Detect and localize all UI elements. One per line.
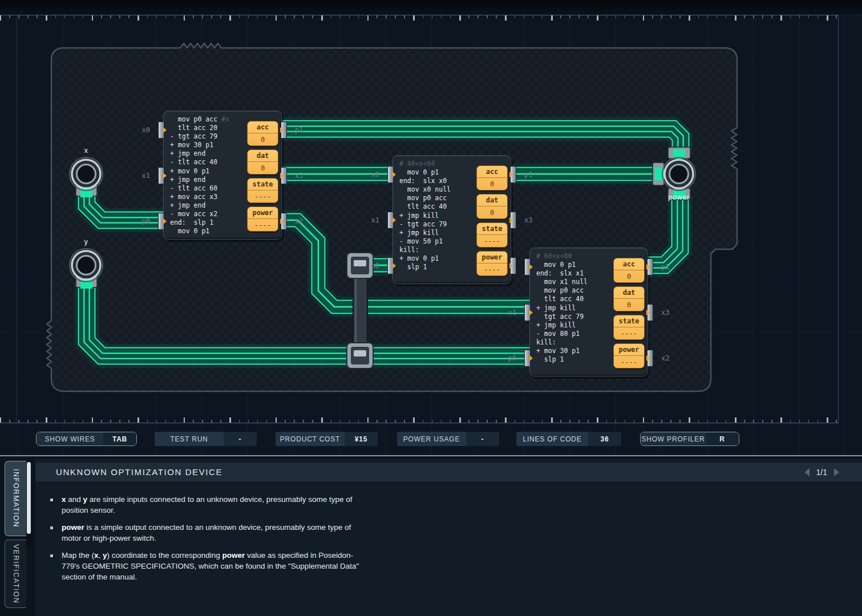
tab-information[interactable]: INFORMATION xyxy=(5,461,26,536)
chip-2-pin-x3[interactable]: x3 xyxy=(510,212,516,229)
chip-1-pin-p0[interactable]: p0 xyxy=(158,213,164,230)
chip-1-pin-p1[interactable]: p1 xyxy=(281,121,287,139)
bullet-item-1: x and y are simple inputs connected to a… xyxy=(50,495,370,516)
chip-3-pin-p0[interactable]: p0 xyxy=(524,350,531,367)
info-panel: INFORMATION VERIFICATION UNKNOWN OPTIMIZ… xyxy=(0,455,862,616)
power-usage-button: POWER USAGE- xyxy=(397,432,499,446)
register-power-value: ---- xyxy=(614,356,644,368)
register-state-name: state xyxy=(248,179,278,191)
pin-label: x0 xyxy=(371,171,379,179)
register-dat: dat0 xyxy=(247,149,278,175)
chip-2-code[interactable]: # 40<x<60 mov 0 p1end: slx x0 mov x0 nul… xyxy=(399,160,451,271)
circuit-scene: mov p0 acc #x tlt acc 20- tgt acc 79+ mo… xyxy=(0,0,862,455)
button-label: POWER USAGE xyxy=(397,432,466,446)
register-state-name: state xyxy=(477,223,507,235)
bridge-clamp-bottom xyxy=(347,343,373,368)
pin-label: x3 xyxy=(524,216,532,224)
chip-1-pin-x1[interactable]: x1 xyxy=(158,167,164,184)
chip-1-code[interactable]: mov p0 acc #x tlt acc 20- tgt acc 79+ mo… xyxy=(170,115,229,236)
chip-2-pin-p1[interactable]: p1 xyxy=(510,166,516,183)
pin-arrow-icon xyxy=(646,310,650,315)
panel-scrollbar xyxy=(26,461,31,546)
pin-label: p1 xyxy=(524,171,532,179)
panel-content: UNKNOWN OPTIMIZATION DEVICE 1/1 x and y … xyxy=(35,459,862,616)
next-page-arrow[interactable] xyxy=(834,468,839,476)
register-acc: acc0 xyxy=(476,165,508,191)
test-run-button[interactable]: TEST RUN- xyxy=(155,432,257,446)
pin-arrow-icon xyxy=(280,218,284,224)
register-state-value: ---- xyxy=(248,191,278,203)
register-acc-name: acc xyxy=(614,258,644,270)
register-acc-name: acc xyxy=(248,121,278,133)
chip-3-pin-x1[interactable]: x1 xyxy=(524,304,531,321)
button-label: TEST RUN xyxy=(155,432,224,446)
pin-label: x2 xyxy=(661,354,669,362)
register-acc: acc0 xyxy=(613,258,645,283)
chip-1-pin-x3[interactable]: x3 xyxy=(281,167,287,184)
register-state-name: state xyxy=(614,315,644,327)
register-dat-name: dat xyxy=(477,194,507,206)
register-acc-name: acc xyxy=(477,166,507,178)
button-label: LINES OF CODE xyxy=(516,432,588,446)
button-label: PRODUCT COST xyxy=(276,432,345,446)
register-power: power---- xyxy=(247,206,278,232)
button-value: - xyxy=(466,432,499,446)
pin-arrow-icon xyxy=(392,263,396,269)
chip-3-pin-p1[interactable]: p1 xyxy=(647,258,653,275)
register-state: state---- xyxy=(247,178,278,203)
page-navigator: 1/1 xyxy=(804,468,839,477)
register-dat-name: dat xyxy=(248,150,278,162)
pin-label: x1 xyxy=(371,216,379,224)
prev-page-arrow[interactable] xyxy=(804,468,810,476)
product-cost-button: PRODUCT COST¥15 xyxy=(276,432,378,446)
register-power: power---- xyxy=(613,343,645,368)
button-value: ¥15 xyxy=(345,432,378,446)
register-state-value: ---- xyxy=(614,327,644,340)
bullet-icon xyxy=(50,554,53,557)
pin-arrow-icon xyxy=(509,172,513,177)
panel-scrollbar-thumb[interactable] xyxy=(27,462,31,534)
bullet-item-2: power is a simple output connected to an… xyxy=(50,522,370,544)
chip-2-pin-x1[interactable]: x1 xyxy=(387,212,394,229)
register-power-name: power xyxy=(248,207,278,219)
register-dat-value: 0 xyxy=(614,299,644,311)
show-wires-button[interactable]: SHOW WIRESTAB xyxy=(36,432,137,446)
register-acc: acc0 xyxy=(247,121,278,146)
pin-label: x1 xyxy=(508,309,516,317)
register-power-name: power xyxy=(614,344,644,356)
pin-arrow-icon xyxy=(529,310,533,315)
register-state: state---- xyxy=(613,315,645,340)
chip-3-pin-left-0[interactable] xyxy=(524,258,531,275)
pin-label: p0 xyxy=(371,262,379,270)
register-dat: dat0 xyxy=(476,194,508,219)
chip-1-pin-x0[interactable]: x0 xyxy=(158,121,164,139)
register-power-value: ---- xyxy=(248,219,278,232)
pin-label: p0 xyxy=(508,354,516,362)
pin-arrow-icon xyxy=(529,355,533,361)
bullet-text: power is a simple output connected to an… xyxy=(62,522,370,544)
chip-3-code[interactable]: # 60<x<80 mov 0 p1end: slx x1 mov x1 nul… xyxy=(536,252,588,364)
page-indicator: 1/1 xyxy=(816,468,827,477)
button-label: SHOW PROFILER xyxy=(641,432,706,445)
chip-2-pin-p0[interactable]: p0 xyxy=(387,257,394,274)
button-value: TAB xyxy=(103,432,136,445)
register-acc-value: 0 xyxy=(614,270,644,283)
button-value: 36 xyxy=(588,432,621,446)
input-x-label: x xyxy=(79,146,94,155)
toolbar: SHOW WIRESTABTEST RUN-PRODUCT COST¥15POW… xyxy=(0,432,862,447)
chip-1-pin-x2[interactable]: x2 xyxy=(281,213,287,230)
pin-arrow-icon xyxy=(529,264,533,270)
chip-2-pin-x0[interactable]: x0 xyxy=(387,166,394,183)
pin-arrow-icon xyxy=(646,264,650,270)
tab-verification[interactable]: VERIFICATION xyxy=(5,540,26,608)
bullet-text: x and y are simple inputs connected to a… xyxy=(62,495,370,516)
chip-3-pin-x2[interactable]: x2 xyxy=(647,350,653,367)
chip-2-pin-right-2[interactable] xyxy=(510,257,516,274)
bullet-icon xyxy=(50,499,53,501)
pin-arrow-icon xyxy=(280,127,284,133)
pin-arrow-icon xyxy=(280,173,284,179)
show-profiler-button[interactable]: SHOW PROFILERR xyxy=(640,432,739,446)
pin-label: p1 xyxy=(661,263,669,271)
chip-3-pin-x3[interactable]: x3 xyxy=(647,304,653,321)
button-value: R xyxy=(706,432,739,445)
